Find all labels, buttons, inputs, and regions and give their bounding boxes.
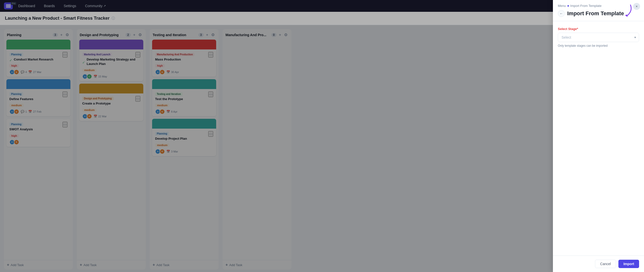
svg-marker-0 <box>625 14 628 17</box>
select-placeholder: Select <box>562 35 571 39</box>
field-hint: Only template stages can be imported <box>558 44 639 47</box>
panel-body: Select Stage* Select ▾ Only template sta… <box>553 21 644 256</box>
panel-close-button[interactable]: × <box>633 3 640 10</box>
breadcrumb-current: Import From Template <box>570 4 602 8</box>
panel-footer: Cancel Import <box>553 256 644 272</box>
chevron-down-icon: ▾ <box>634 36 636 39</box>
cancel-button[interactable]: Cancel <box>595 260 616 268</box>
import-panel: × Menu Import From Template ← Import Fro… <box>553 0 644 272</box>
overlay <box>0 0 644 272</box>
stage-select[interactable]: Select ▾ <box>558 33 639 42</box>
panel-back-button[interactable]: ← <box>558 10 565 17</box>
import-button[interactable]: Import <box>618 260 639 268</box>
breadcrumb-menu[interactable]: Menu <box>558 4 566 8</box>
stage-field-label: Select Stage* <box>558 27 639 31</box>
annotation-arrow <box>613 4 633 18</box>
breadcrumb-dot <box>568 5 569 7</box>
